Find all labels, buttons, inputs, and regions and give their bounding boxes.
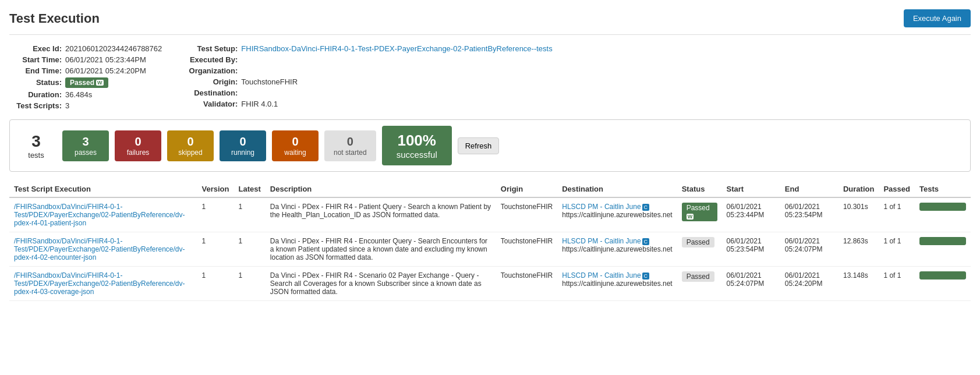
start-time-value: 06/01/2021 05:23:44PM (65, 55, 146, 64)
test-scripts-label: Test Scripts: (9, 101, 62, 110)
page-header: Test Execution Execute Again (9, 9, 971, 35)
test-setup-link[interactable]: FHIRSandbox-DaVinci-FHIR4-0-1-Test-PDEX-… (241, 44, 552, 53)
dest-url-0: https://caitlinjune.azurewebsites.net (562, 211, 672, 219)
status-badge: Passed W (65, 77, 108, 88)
end-time-row: End Time: 06/01/2021 05:24:20PM (9, 66, 162, 75)
cell-destination-2: HLSCD PM - Caitlin JuneC https://caitlin… (557, 267, 677, 301)
failures-num: 0 (124, 135, 152, 148)
cell-description-1: Da Vinci - PDex - FHIR R4 - Encounter Qu… (266, 232, 496, 267)
table-header-row: Test Script Execution Version Latest Des… (9, 181, 971, 197)
executed-by-row: Executed By: (185, 55, 552, 64)
status-badge-0: Passed W (682, 203, 717, 221)
cell-passed-1: 1 of 1 (879, 232, 915, 267)
cell-script-1: /FHIRSandbox/DaVinci/FHIR4-0-1-Test/PDEX… (9, 232, 197, 267)
progress-bar-fill-0 (919, 203, 966, 211)
cell-origin-1: TouchstoneFHIR (496, 232, 557, 267)
col-duration: Duration (839, 181, 879, 197)
cell-duration-0: 10.301s (839, 197, 879, 232)
end-time-label: End Time: (9, 66, 62, 75)
cell-start-1: 06/01/2021 05:23:54PM (722, 232, 780, 267)
skipped-box: 0 skipped (167, 130, 214, 161)
cell-version-0: 1 (197, 197, 234, 232)
skipped-label: skipped (176, 148, 204, 157)
failures-box: 0 failures (115, 130, 161, 161)
table-body: /FHIRSandbox/DaVinci/FHIR4-0-1-Test/PDEX… (9, 197, 971, 301)
cell-version-2: 1 (197, 267, 234, 301)
success-pct: 100% (394, 132, 440, 150)
cell-status-2: Passed (677, 267, 722, 301)
cell-description-2: Da Vinci - PDex - FHIR R4 - Scenario 02 … (266, 267, 496, 301)
passes-num: 3 (72, 135, 100, 148)
total-tests-num: 3 (16, 132, 56, 151)
test-scripts-value: 3 (65, 101, 69, 110)
progress-bar-wrap-0 (919, 203, 966, 211)
status-badge-1: Passed (682, 237, 714, 247)
waiting-num: 0 (281, 135, 309, 148)
execute-again-button[interactable]: Execute Again (904, 9, 971, 27)
cell-latest-0: 1 (234, 197, 266, 232)
origin-label: Origin: (185, 77, 238, 86)
script-link-1[interactable]: /FHIRSandbox/DaVinci/FHIR4-0-1-Test/PDEX… (14, 237, 185, 261)
end-time-value: 06/01/2021 05:24:20PM (65, 66, 146, 75)
cell-description-0: Da Vinci - PDex - FHIR R4 - Patient Quer… (266, 197, 496, 232)
validator-value: FHIR 4.0.1 (241, 100, 278, 108)
destination-label: Destination: (185, 89, 238, 97)
dest-link-2[interactable]: HLSCD PM - Caitlin June (562, 271, 641, 280)
results-table: Test Script Execution Version Latest Des… (9, 181, 971, 301)
failures-label: failures (124, 148, 152, 157)
status-label: Status: (9, 78, 62, 87)
not-started-num: 0 (334, 135, 367, 148)
origin-value: TouchstoneFHIR (241, 77, 298, 86)
status-badge-2: Passed (682, 271, 714, 282)
cell-end-2: 06/01/2021 05:24:20PM (780, 267, 839, 301)
organization-label: Organization: (185, 66, 238, 75)
info-right: Test Setup: FHIRSandbox-DaVinci-FHIR4-0-… (185, 44, 552, 110)
col-latest: Latest (234, 181, 266, 197)
destination-row: Destination: (185, 89, 552, 97)
running-num: 0 (229, 135, 257, 148)
running-label: running (229, 148, 257, 157)
col-end: End (780, 181, 839, 197)
script-link-0[interactable]: /FHIRSandbox/DaVinci/FHIR4-0-1-Test/PDEX… (14, 203, 185, 227)
success-box: 100% successful (382, 126, 452, 165)
test-scripts-row: Test Scripts: 3 (9, 101, 162, 110)
cell-destination-0: HLSCD PM - Caitlin JuneC https://caitlin… (557, 197, 677, 232)
cell-tests-1 (915, 232, 971, 267)
duration-label: Duration: (9, 90, 62, 99)
cell-start-0: 06/01/2021 05:23:44PM (722, 197, 780, 232)
cell-duration-1: 12.863s (839, 232, 879, 267)
c-badge-2: C (642, 273, 650, 280)
total-tests-label: tests (16, 151, 56, 160)
summary-bar: 3 tests 3 passes 0 failures 0 skipped 0 … (9, 119, 971, 172)
exec-id-row: Exec Id: 20210601202344246788762 (9, 44, 162, 53)
dest-url-1: https://caitlinjune.azurewebsites.net (562, 245, 672, 253)
start-time-label: Start Time: (9, 55, 62, 64)
col-tests: Tests (915, 181, 971, 197)
dest-url-2: https://caitlinjune.azurewebsites.net (562, 280, 672, 288)
progress-bar-wrap-2 (919, 271, 966, 280)
validator-row: Validator: FHIR 4.0.1 (185, 100, 552, 108)
cell-passed-0: 1 of 1 (879, 197, 915, 232)
info-left: Exec Id: 20210601202344246788762 Start T… (9, 44, 162, 110)
dest-link-0[interactable]: HLSCD PM - Caitlin June (562, 203, 641, 211)
w-indicator: W (96, 80, 104, 86)
validator-label: Validator: (185, 100, 238, 108)
info-section: Exec Id: 20210601202344246788762 Start T… (9, 44, 971, 110)
passes-box: 3 passes (62, 130, 109, 161)
progress-bar-fill-2 (919, 271, 966, 280)
col-passed: Passed (879, 181, 915, 197)
cell-end-1: 06/01/2021 05:24:07PM (780, 232, 839, 267)
col-script: Test Script Execution (9, 181, 197, 197)
cell-latest-1: 1 (234, 232, 266, 267)
dest-link-1[interactable]: HLSCD PM - Caitlin June (562, 237, 641, 245)
refresh-button[interactable]: Refresh (458, 137, 500, 154)
col-origin: Origin (496, 181, 557, 197)
waiting-label: waiting (281, 148, 309, 157)
waiting-box: 0 waiting (272, 130, 319, 161)
table-header: Test Script Execution Version Latest Des… (9, 181, 971, 197)
executed-by-label: Executed By: (185, 55, 238, 64)
col-status: Status (677, 181, 722, 197)
script-link-2[interactable]: /FHIRSandbox/DaVinci/FHIR4-0-1-Test/PDEX… (14, 271, 185, 296)
cell-script-0: /FHIRSandbox/DaVinci/FHIR4-0-1-Test/PDEX… (9, 197, 197, 232)
page-title: Test Execution (9, 11, 100, 26)
